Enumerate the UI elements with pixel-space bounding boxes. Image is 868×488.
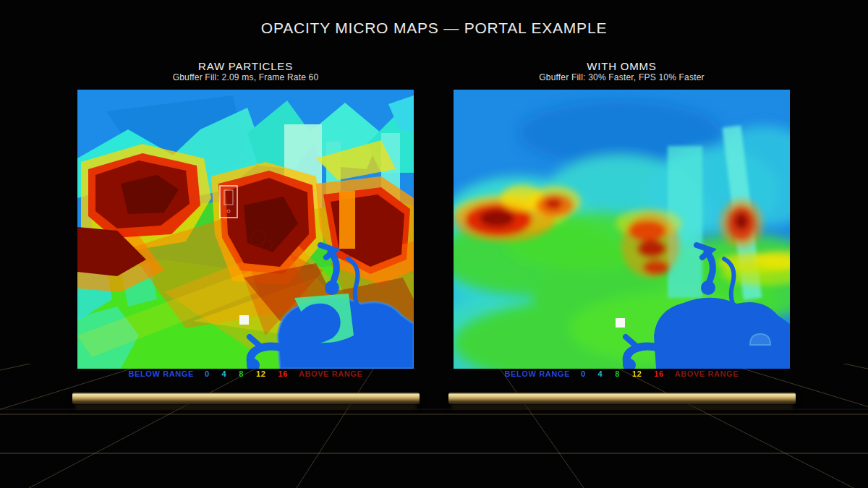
slide-title: OPACITY MICRO MAPS — PORTAL EXAMPLE	[0, 20, 868, 37]
below-range-label: BELOW RANGE	[505, 369, 570, 378]
right-panel-heading: WITH OMMS	[454, 60, 790, 72]
tick-8: 8	[239, 369, 244, 378]
slide: OPACITY MICRO MAPS — PORTAL EXAMPLE RAW …	[0, 0, 868, 488]
right-panel-subheading: Gbuffer Fill: 30% Faster, FPS 10% Faster	[454, 72, 790, 82]
below-range-label: BELOW RANGE	[129, 369, 194, 378]
tick-16: 16	[654, 369, 663, 378]
crosshair-square	[616, 318, 625, 328]
tick-0: 0	[581, 369, 586, 378]
left-panel-heading: RAW PARTICLES	[77, 60, 414, 72]
stand-bar-right	[448, 393, 796, 404]
tick-16: 16	[278, 369, 287, 378]
tick-4: 4	[222, 369, 227, 378]
tick-4: 4	[598, 369, 603, 378]
legend-right: BELOW RANGE 0 4 8 12 16 ABOVE RANGE	[454, 369, 790, 378]
legend-left: BELOW RANGE 0 4 8 12 16 ABOVE RANGE	[77, 369, 414, 378]
legend-ticks: 0 4 8 12 16	[205, 369, 288, 378]
raw-particles-heatmap	[77, 90, 414, 369]
above-range-label: ABOVE RANGE	[675, 369, 739, 378]
left-panel-subheading: Gbuffer Fill: 2.09 ms, Frame Rate 60	[77, 72, 414, 82]
floor-grid	[0, 364, 868, 488]
legend-ticks: 0 4 8 12 16	[581, 369, 664, 378]
tick-12: 12	[256, 369, 265, 378]
tick-0: 0	[205, 369, 210, 378]
crosshair-square	[239, 315, 249, 325]
tick-8: 8	[615, 369, 620, 378]
omms-heatmap	[454, 90, 790, 369]
stand-bar-left	[72, 393, 420, 404]
gun-dome-detail	[750, 334, 770, 345]
above-range-label: ABOVE RANGE	[299, 369, 363, 378]
tick-12: 12	[632, 369, 642, 378]
